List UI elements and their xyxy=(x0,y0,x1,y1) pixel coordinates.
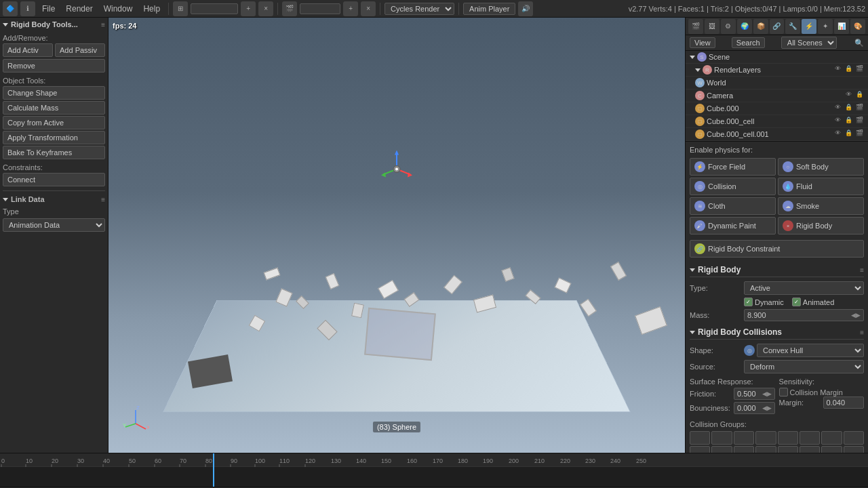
outliner-search-btn[interactable]: Search xyxy=(732,37,765,48)
properties-data-icon[interactable]: 📊 xyxy=(834,19,849,34)
scene-icon-top[interactable]: 🎬 xyxy=(282,1,297,16)
rb-type-select[interactable]: Active xyxy=(744,281,864,295)
cube000-vis-1[interactable]: 👁 xyxy=(833,104,842,113)
menu-render[interactable]: Render xyxy=(62,3,96,15)
properties-scene2-icon[interactable]: ⚙ xyxy=(721,19,736,34)
group-cell-6[interactable] xyxy=(800,431,820,445)
render-engine-select[interactable]: Cycles Render xyxy=(384,3,454,15)
cube-cell-vis-2[interactable]: 🔒 xyxy=(844,117,853,126)
source-select[interactable]: Deform xyxy=(744,360,864,373)
shape-select[interactable]: Convex Hull xyxy=(757,344,864,357)
vis-icon-2[interactable]: 🔒 xyxy=(844,65,853,75)
remove-layout-icon[interactable]: × xyxy=(258,1,273,16)
outliner-camera-item[interactable]: C Camera 👁 🔒 xyxy=(686,89,868,102)
group-cell-5[interactable] xyxy=(778,431,798,445)
group-cell-7[interactable] xyxy=(821,431,842,445)
menu-window[interactable]: Window xyxy=(100,3,137,15)
menu-file[interactable]: File xyxy=(38,3,59,15)
animated-checkbox[interactable]: ✓ xyxy=(792,298,801,306)
group-cell-3[interactable] xyxy=(734,431,754,445)
group-cell-2[interactable] xyxy=(711,431,732,445)
scene-expand-icon[interactable] xyxy=(690,56,695,59)
properties-world-icon[interactable]: 🌍 xyxy=(737,19,752,34)
scene-input[interactable]: Scene xyxy=(300,3,340,14)
group-cell-4[interactable] xyxy=(755,431,776,445)
outliner-view-btn[interactable]: View xyxy=(690,37,715,48)
link-data-collapse[interactable] xyxy=(3,198,8,201)
copy-from-active-btn[interactable]: Copy from Active xyxy=(3,116,105,129)
calculate-mass-btn[interactable]: Calculate Mass xyxy=(3,101,105,115)
group-cell-16[interactable] xyxy=(844,446,864,453)
group-cell-13[interactable] xyxy=(778,446,798,453)
viewport[interactable]: fps: 24 Z X Y (83) Sphere 🎮 View Select … xyxy=(108,18,685,453)
rigid-body-btn[interactable]: × Rigid Body xyxy=(778,217,864,235)
rb-collapse-icon[interactable] xyxy=(690,268,695,272)
cube000-vis-3[interactable]: 🎬 xyxy=(854,104,864,113)
menu-help[interactable]: Help xyxy=(139,3,164,15)
group-cell-1[interactable] xyxy=(690,431,710,445)
add-passive-btn[interactable]: Add Passiv xyxy=(55,43,105,57)
tools-options-icon[interactable]: ≡ xyxy=(101,21,105,28)
outliner-filter-btn[interactable]: 🔍 xyxy=(854,39,864,47)
cube-cell001-vis-2[interactable]: 🔒 xyxy=(844,129,853,139)
outliner-world-item[interactable]: W World xyxy=(686,77,868,89)
apply-transformation-btn[interactable]: Apply Transformation xyxy=(3,131,105,144)
properties-physics-icon[interactable]: ⚡ xyxy=(802,19,816,34)
camera-vis-1[interactable]: 👁 xyxy=(844,91,853,100)
properties-object-icon[interactable]: 📦 xyxy=(753,19,768,34)
collision-options-icon[interactable]: ≡ xyxy=(860,329,864,336)
animation-data-select[interactable]: Animation Data xyxy=(3,218,105,232)
cube-cell001-vis-3[interactable]: 🎬 xyxy=(854,129,864,139)
properties-scene-icon[interactable]: 🎬 xyxy=(688,19,703,34)
properties-particles-icon[interactable]: ✦ xyxy=(818,19,833,34)
margin-value-field[interactable]: 0.040 xyxy=(823,396,865,409)
group-cell-15[interactable] xyxy=(821,446,842,453)
cube-cell-vis-1[interactable]: 👁 xyxy=(833,117,842,126)
properties-render-icon[interactable]: 🖼 xyxy=(705,19,719,34)
remove-btn[interactable]: Remove xyxy=(3,59,105,73)
cube000-vis-2[interactable]: 🔒 xyxy=(844,104,853,113)
force-field-btn[interactable]: ⚡ Force Field xyxy=(690,158,776,176)
link-data-options[interactable]: ≡ xyxy=(101,196,105,203)
group-cell-9[interactable] xyxy=(690,446,710,453)
cube-cell-vis-3[interactable]: 🎬 xyxy=(854,117,864,126)
outliner-renderlayers-item[interactable]: R RenderLayers 👁 🔒 🎬 xyxy=(686,64,868,77)
properties-material-icon[interactable]: 🎨 xyxy=(850,19,865,34)
rigid-body-constraint-btn[interactable]: 🔗 Rigid Body Constraint xyxy=(690,240,864,258)
cloth-btn[interactable]: ≋ Cloth xyxy=(690,197,776,215)
mass-value-field[interactable]: 8.900 ◀▶ xyxy=(744,309,864,321)
soft-body-btn[interactable]: ○ Soft Body xyxy=(778,158,864,176)
add-scene-icon[interactable]: + xyxy=(343,1,358,16)
group-cell-10[interactable] xyxy=(711,446,732,453)
bounciness-value-field[interactable]: 0.000 ◀▶ xyxy=(734,402,775,414)
info-icon[interactable]: ℹ xyxy=(20,1,35,16)
camera-vis-2[interactable]: 🔒 xyxy=(854,91,864,100)
timeline[interactable]: 0 10 20 30 40 50 60 70 80 90 100 110 120 xyxy=(0,453,868,487)
properties-constraints-icon[interactable]: 🔗 xyxy=(770,19,785,34)
add-layout-icon[interactable]: + xyxy=(241,1,256,16)
outliner-cube-cell001-item[interactable]: □ Cube.000_cell.001 👁 🔒 🎬 xyxy=(686,128,868,141)
fluid-btn[interactable]: 💧 Fluid xyxy=(778,178,864,195)
remove-scene-icon[interactable]: × xyxy=(361,1,376,16)
group-cell-8[interactable] xyxy=(844,431,864,445)
outliner-scene-item[interactable]: S Scene xyxy=(686,51,868,64)
screen-layout-icon[interactable]: ⊞ xyxy=(173,1,188,16)
layout-input[interactable]: Default xyxy=(191,3,238,14)
vis-icon-1[interactable]: 👁 xyxy=(833,65,842,75)
vis-icon-3[interactable]: 🎬 xyxy=(854,65,864,75)
rigid-body-tools-collapse[interactable] xyxy=(3,23,8,26)
cube-cell001-vis-1[interactable]: 👁 xyxy=(833,129,842,139)
group-cell-12[interactable] xyxy=(755,446,776,453)
outliner-cube000-item[interactable]: □ Cube.000 👁 🔒 🎬 xyxy=(686,102,868,115)
change-shape-btn[interactable]: Change Shape xyxy=(3,86,105,100)
group-cell-14[interactable] xyxy=(800,446,820,453)
renderlayers-expand[interactable] xyxy=(695,68,701,72)
bake-to-keyframes-btn[interactable]: Bake To Keyframes xyxy=(3,146,105,159)
outliner-scenes-select[interactable]: All Scenes xyxy=(781,37,837,49)
rb-options-icon[interactable]: ≡ xyxy=(860,266,864,274)
collision-margin-checkbox[interactable] xyxy=(779,388,788,396)
outliner-cube-cell-item[interactable]: □ Cube.000_cell 👁 🔒 🎬 xyxy=(686,115,868,128)
collision-btn[interactable]: ◎ Collision xyxy=(690,178,776,195)
timeline-track[interactable] xyxy=(0,467,868,487)
properties-modifier-icon[interactable]: 🔧 xyxy=(785,19,800,34)
